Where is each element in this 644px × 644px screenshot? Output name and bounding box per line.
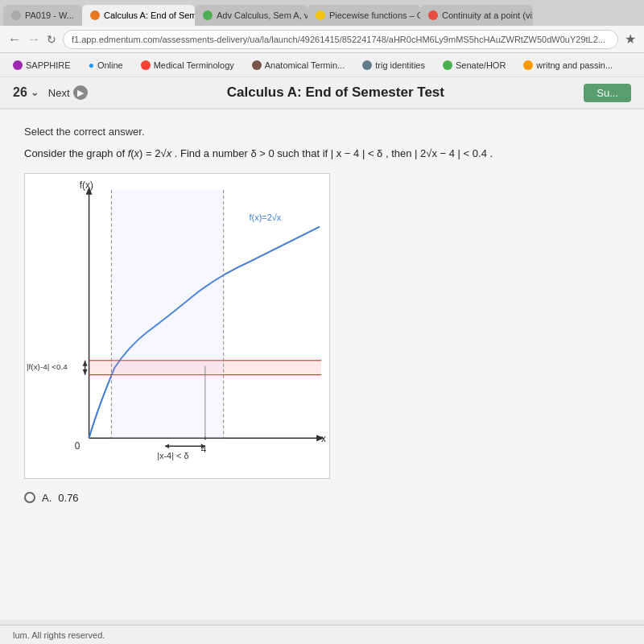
radio-a[interactable]: [24, 492, 35, 503]
answer-choice-a[interactable]: A. 0.76: [24, 492, 620, 504]
page-toolbar: 26 ⌄ Next ▶ Calculus A: End of Semester …: [0, 77, 644, 109]
svg-text:|x-4| < δ: |x-4| < δ: [157, 451, 188, 460]
bookmark-online[interactable]: ● Online: [82, 58, 130, 72]
svg-text:x: x: [321, 433, 326, 444]
bookmarks-bar: SAPPHIRE ● Online Medical Terminology An…: [0, 53, 644, 77]
next-button[interactable]: Next ▶: [48, 85, 88, 100]
tab-piecewise[interactable]: Piecewise functions – G...: [308, 5, 420, 26]
tab-bar: PA019 - W... Calculus A: End of Sem... A…: [0, 0, 644, 26]
svg-text:f(x)=2√x: f(x)=2√x: [250, 212, 282, 221]
footer: lum. All rights reserved.: [0, 625, 644, 644]
bookmark-sapphire[interactable]: SAPPHIRE: [6, 59, 77, 72]
address-input[interactable]: f1.app.edmentum.com/assessments-delivery…: [63, 30, 618, 49]
answer-choices: A. 0.76: [24, 492, 620, 504]
bookmark-writing[interactable]: writng and passin...: [517, 59, 619, 72]
next-circle-icon[interactable]: ▶: [73, 85, 88, 100]
back-icon[interactable]: ←: [8, 32, 21, 47]
submit-button[interactable]: Su...: [584, 84, 631, 102]
bookmark-senate[interactable]: Senate/HOR: [436, 59, 512, 72]
question-prompt: Select the correct answer.: [24, 126, 620, 138]
tab-pa019[interactable]: PA019 - W...: [3, 5, 82, 26]
page-title: Calculus A: End of Semester Test: [97, 85, 575, 101]
chevron-down-icon[interactable]: ⌄: [31, 87, 39, 98]
content-area: Select the correct answer. Consider the …: [0, 109, 644, 620]
reload-icon[interactable]: ↻: [47, 33, 56, 46]
bookmark-anatomical[interactable]: Anatomical Termin...: [246, 59, 351, 72]
address-bar: ← → ↻ f1.app.edmentum.com/assessments-de…: [0, 26, 644, 53]
graph-container: f(x) x 0 4 f(x)=2√x: [24, 173, 330, 479]
bookmark-medical-terminology[interactable]: Medical Terminology: [134, 59, 241, 72]
bookmark-star-icon[interactable]: ★: [625, 31, 636, 47]
function-graph: f(x) x 0 4 f(x)=2√x: [25, 174, 329, 478]
tab-advcalc[interactable]: Adv Calculus, Sem A, v...: [195, 5, 308, 26]
tab-calculus[interactable]: Calculus A: End of Sem...: [82, 5, 195, 26]
svg-text:f(x): f(x): [80, 179, 93, 190]
svg-text:0: 0: [75, 440, 80, 452]
svg-rect-14: [111, 189, 223, 437]
question-text: Consider the graph of f(x) = 2√x . Find …: [24, 146, 620, 162]
forward-icon[interactable]: →: [27, 32, 40, 47]
svg-text:|f(x)-4| <0.4: |f(x)-4| <0.4: [27, 361, 68, 370]
tab-continuity[interactable]: Continuity at a point (vi...: [420, 5, 533, 26]
bookmark-trig[interactable]: trig identities: [356, 59, 431, 72]
question-number: 26 ⌄: [13, 85, 39, 100]
